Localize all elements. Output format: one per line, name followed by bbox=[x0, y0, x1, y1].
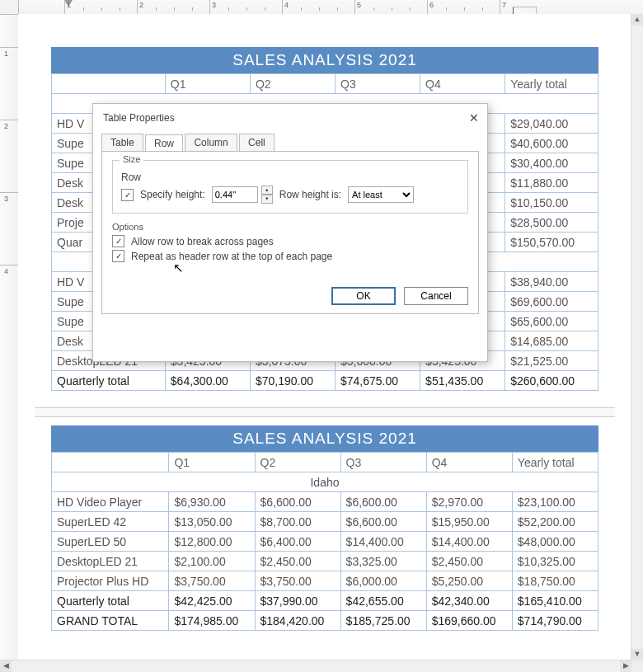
table-properties-dialog: Table Properties ✕ Table Row Column Cell… bbox=[92, 103, 488, 362]
repeat-header-label: Repeat as header row at the top of each … bbox=[131, 251, 332, 262]
scroll-down-icon[interactable]: ▼ bbox=[631, 649, 643, 660]
height-input[interactable] bbox=[212, 186, 258, 203]
tab-table[interactable]: Table bbox=[101, 134, 143, 151]
row-height-mode-select[interactable]: At least bbox=[348, 186, 414, 203]
col-header: Yearly total bbox=[512, 453, 598, 472]
scroll-left-icon[interactable]: ◀ bbox=[0, 660, 12, 672]
col-header: Q3 bbox=[340, 453, 426, 472]
tab-row[interactable]: Row bbox=[145, 134, 183, 152]
table-title: SALES ANALYSIS 2021 bbox=[51, 425, 598, 452]
dialog-tabs: Table Row Column Cell bbox=[101, 134, 479, 151]
vertical-scrollbar[interactable]: ▲ ▼ bbox=[631, 14, 643, 660]
col-header: Q4 bbox=[420, 74, 505, 94]
specify-height-checkbox[interactable]: ✓ bbox=[121, 189, 134, 201]
col-header: Q2 bbox=[255, 453, 340, 472]
tab-cell[interactable]: Cell bbox=[239, 134, 275, 151]
col-header: Q1 bbox=[169, 453, 255, 472]
height-spinner[interactable]: ▴▾ bbox=[261, 186, 273, 204]
dialog-title: Table Properties bbox=[103, 112, 175, 124]
table-row[interactable]: SuperLED 50$12,800.00$6,400.00$14,400.00… bbox=[52, 532, 598, 552]
specify-height-label: Specify height: bbox=[140, 189, 205, 200]
col-header: Q1 bbox=[165, 74, 250, 94]
table-row[interactable]: Projector Plus HD$3,750.00$3,750.00$6,00… bbox=[52, 571, 598, 591]
allow-break-checkbox[interactable]: ✓ bbox=[112, 235, 124, 247]
table-row[interactable]: SuperLED 42$13,050.00$8,700.00$6,600.00$… bbox=[52, 512, 598, 532]
table-row[interactable]: DesktopLED 21$2,100.00$2,450.00$3,325.00… bbox=[52, 552, 598, 571]
col-header: Q3 bbox=[336, 74, 420, 94]
page-break bbox=[35, 407, 615, 417]
repeat-header-checkbox[interactable]: ✓ bbox=[112, 250, 124, 262]
row-label: Row bbox=[121, 172, 141, 183]
close-icon[interactable]: ✕ bbox=[464, 110, 479, 125]
row-height-label: Row height is: bbox=[279, 189, 341, 200]
subheader-row[interactable]: Idaho bbox=[52, 472, 598, 492]
table-row[interactable]: Quarterly total$42,425.00$37,990.00$42,6… bbox=[52, 591, 598, 611]
col-header bbox=[52, 74, 166, 94]
horizontal-scrollbar[interactable]: ◀ ▶ bbox=[0, 660, 631, 672]
table-row[interactable]: Quarterly total$64,300.00$70,190.00$74,6… bbox=[52, 371, 598, 391]
col-header bbox=[52, 453, 169, 472]
table-title: SALES ANALYSIS 2021 bbox=[51, 47, 598, 73]
ok-button[interactable]: OK bbox=[331, 287, 396, 305]
scroll-up-icon[interactable]: ▲ bbox=[631, 14, 643, 26]
chevron-up-icon: ▴ bbox=[261, 186, 273, 195]
options-legend: Options bbox=[112, 222, 468, 232]
scroll-right-icon[interactable]: ▶ bbox=[620, 660, 631, 672]
dialog-panel: Size Row ✓ Specify height: ▴▾ Row height… bbox=[101, 151, 479, 314]
vertical-ruler[interactable]: 1 2 3 4 bbox=[0, 14, 19, 660]
allow-break-label: Allow row to break across pages bbox=[131, 236, 274, 247]
col-header: Q4 bbox=[426, 453, 512, 472]
col-header: Q2 bbox=[250, 74, 335, 94]
table-row[interactable]: HD Video Player$6,930.00$6,600.00$6,600.… bbox=[52, 492, 598, 512]
tab-column[interactable]: Column bbox=[185, 134, 237, 151]
size-legend: Size bbox=[120, 154, 143, 164]
sales-table-2[interactable]: Q1Q2Q3Q4Yearly totalIdahoHD Video Player… bbox=[51, 452, 598, 631]
size-group: Size Row ✓ Specify height: ▴▾ Row height… bbox=[112, 160, 468, 214]
scrollbar-corner bbox=[631, 660, 643, 672]
chevron-down-icon: ▾ bbox=[261, 195, 273, 204]
options-group: Options ✓ Allow row to break across page… bbox=[112, 220, 468, 262]
table-row[interactable]: GRAND TOTAL$174,985.00$184,420.00$185,72… bbox=[52, 611, 598, 631]
cancel-button[interactable]: Cancel bbox=[404, 287, 468, 305]
horizontal-ruler[interactable]: 1 2 3 4 5 6 7 bbox=[18, 0, 643, 15]
col-header: Yearly total bbox=[505, 74, 598, 94]
ruler-corner bbox=[0, 0, 19, 15]
